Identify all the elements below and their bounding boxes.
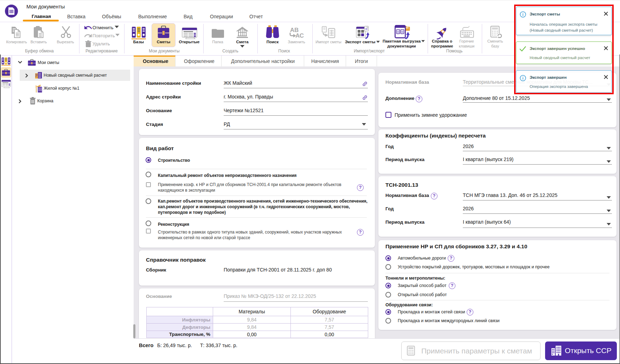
svg-text:АС: АС <box>295 32 304 39</box>
